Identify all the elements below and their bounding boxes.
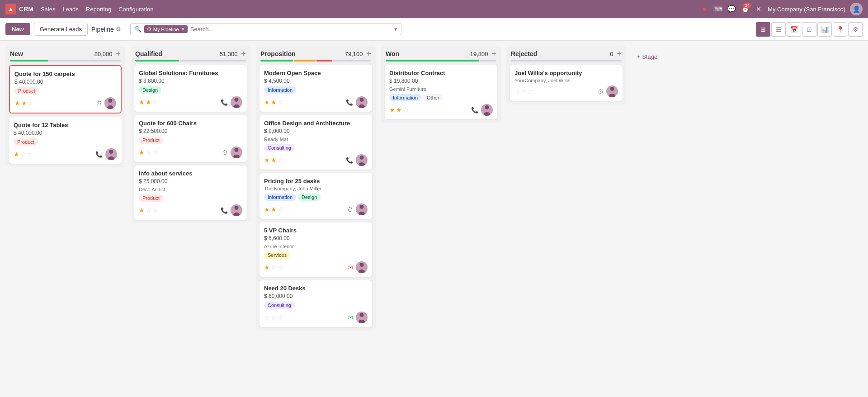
col-add-button[interactable]: +: [366, 50, 371, 58]
clock-icon[interactable]: ⏱: [598, 88, 604, 95]
pivot-view-button[interactable]: ⊡: [802, 22, 816, 37]
card-assignee-avatar[interactable]: [606, 85, 618, 97]
star-2[interactable]: ☆: [146, 207, 151, 214]
star-3[interactable]: ☆: [27, 151, 33, 158]
phone-icon[interactable]: 📞: [346, 99, 353, 106]
star-2[interactable]: ☆: [146, 149, 151, 156]
phone-icon[interactable]: 📞: [346, 157, 353, 164]
star-3[interactable]: ☆: [278, 264, 283, 271]
list-view-button[interactable]: ☰: [771, 22, 786, 37]
star-1[interactable]: ★: [264, 99, 270, 106]
star-3[interactable]: ☆: [152, 207, 158, 214]
card-assignee-avatar[interactable]: [231, 204, 242, 216]
card-assignee-avatar[interactable]: [231, 96, 242, 108]
kanban-card[interactable]: Modern Open Space $ 4,500.00 Information…: [259, 65, 372, 112]
kanban-card[interactable]: Distributor Contract $ 19,800.00 Gemini …: [385, 65, 497, 119]
star-1[interactable]: ☆: [264, 314, 270, 321]
kanban-card[interactable]: Info about services $ 25,000.00 Deco Add…: [134, 165, 247, 220]
phone-icon[interactable]: 📞: [95, 151, 103, 158]
activity-icon[interactable]: ⏰ 34: [741, 5, 750, 14]
star-1[interactable]: ★: [139, 207, 145, 214]
user-avatar[interactable]: 👤: [850, 3, 863, 15]
star-3[interactable]: ☆: [278, 206, 283, 213]
nav-leads[interactable]: Leads: [62, 6, 78, 13]
star-3[interactable]: ☆: [152, 149, 158, 156]
star-1[interactable]: ★: [264, 264, 270, 271]
star-3[interactable]: ☆: [278, 156, 283, 164]
star-1[interactable]: ★: [14, 99, 20, 107]
kanban-card[interactable]: Quote for 150 carpets $ 40,000.00 Produc…: [9, 65, 122, 113]
add-stage-button[interactable]: + Stage: [632, 50, 663, 64]
chat-icon[interactable]: 💬: [727, 5, 736, 14]
kanban-card[interactable]: Pricing for 25 desks The Kompany, John M…: [259, 173, 372, 219]
card-assignee-avatar[interactable]: [356, 96, 368, 108]
col-add-button[interactable]: +: [116, 50, 121, 58]
star-3[interactable]: ☆: [278, 314, 283, 321]
circle-status-icon[interactable]: ●: [700, 5, 709, 14]
kanban-card[interactable]: Global Solutions: Furnitures $ 3,800.00 …: [134, 65, 247, 112]
filter-tag-my-pipeline[interactable]: ⚙ My Pipeline ✕: [144, 25, 188, 33]
star-2[interactable]: ★: [271, 156, 277, 164]
star-3[interactable]: ☆: [278, 99, 283, 106]
phone-icon[interactable]: 📞: [221, 99, 228, 106]
star-2[interactable]: ★: [21, 99, 27, 107]
clock-icon[interactable]: ⏱: [96, 100, 102, 107]
star-3[interactable]: ☆: [403, 106, 409, 113]
card-assignee-avatar[interactable]: [356, 312, 368, 323]
card-assignee-avatar[interactable]: [356, 154, 368, 166]
star-1[interactable]: ★: [14, 151, 19, 158]
card-assignee-avatar[interactable]: [481, 104, 493, 116]
col-add-button[interactable]: +: [241, 50, 246, 58]
card-assignee-avatar[interactable]: [356, 261, 368, 273]
kanban-card[interactable]: 5 VP Chairs $ 5,600.00 Azure Interior Se…: [259, 222, 372, 277]
settings-view-button[interactable]: ⚙: [848, 22, 863, 37]
nav-sales[interactable]: Sales: [41, 6, 56, 13]
star-1[interactable]: ☆: [514, 88, 520, 95]
calendar-view-button[interactable]: 📅: [787, 22, 801, 37]
card-assignee-avatar[interactable]: [231, 147, 242, 158]
col-add-button[interactable]: +: [617, 50, 622, 58]
generate-leads-button[interactable]: Generate Leads: [34, 23, 88, 36]
star-1[interactable]: ★: [264, 156, 270, 164]
map-view-button[interactable]: 📍: [833, 22, 847, 37]
star-2[interactable]: ☆: [20, 151, 26, 158]
kanban-card[interactable]: Joel Willis's opportunity YourCompany, J…: [510, 65, 623, 101]
search-dropdown-icon[interactable]: ▾: [394, 26, 397, 33]
star-2[interactable]: ★: [396, 106, 402, 113]
company-name[interactable]: My Company (San Francisco): [768, 6, 845, 13]
star-2[interactable]: ★: [146, 99, 151, 106]
star-2[interactable]: ☆: [271, 264, 277, 271]
kanban-card[interactable]: Need 20 Desks $ 60,000.00 Consulting ☆☆☆…: [259, 280, 372, 327]
card-assignee-avatar[interactable]: [105, 148, 117, 160]
new-button[interactable]: New: [5, 23, 30, 35]
pipeline-settings-icon[interactable]: ⚙: [116, 26, 121, 33]
nav-configuration[interactable]: Configuration: [118, 6, 153, 13]
card-assignee-avatar[interactable]: [104, 97, 116, 109]
email-icon[interactable]: ✉: [348, 314, 353, 321]
star-2[interactable]: ★: [271, 99, 277, 106]
star-1[interactable]: ★: [389, 106, 395, 113]
phone-icon[interactable]: 📞: [221, 207, 228, 214]
star-1[interactable]: ★: [139, 149, 145, 156]
brand-logo[interactable]: ▲ CRM: [5, 4, 33, 14]
search-input[interactable]: [190, 26, 392, 33]
phone-icon[interactable]: 📞: [471, 107, 478, 113]
star-3[interactable]: ☆: [28, 99, 34, 107]
graph-view-button[interactable]: 📊: [817, 22, 832, 37]
nav-reporting[interactable]: Reporting: [86, 6, 111, 13]
wrench-icon[interactable]: ✕: [754, 5, 763, 14]
filter-tag-close[interactable]: ✕: [181, 26, 185, 32]
card-assignee-avatar[interactable]: [356, 203, 368, 215]
star-3[interactable]: ☆: [528, 88, 534, 95]
col-add-button[interactable]: +: [491, 50, 496, 58]
kanban-view-button[interactable]: ⊞: [756, 22, 770, 37]
star-2[interactable]: ☆: [271, 314, 277, 321]
star-2[interactable]: ★: [271, 206, 277, 213]
kanban-card[interactable]: Quote for 12 Tables $ 40,000.00 Product …: [9, 117, 122, 164]
star-2[interactable]: ☆: [521, 88, 527, 95]
kanban-card[interactable]: Office Design and Architecture $ 9,000.0…: [259, 115, 372, 170]
star-3[interactable]: ☆: [152, 99, 158, 106]
email-icon[interactable]: ✉: [348, 264, 353, 271]
kanban-card[interactable]: Quote for 600 Chairs $ 22,500.00 Product…: [134, 115, 247, 162]
clock-icon[interactable]: ⏱: [347, 206, 353, 213]
